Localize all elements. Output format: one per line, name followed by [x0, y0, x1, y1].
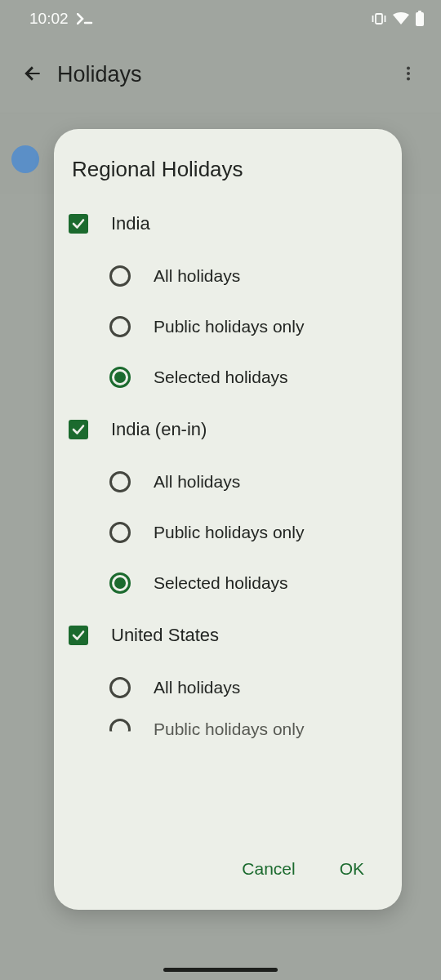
checkbox-checked-icon[interactable] — [69, 420, 88, 439]
region-header[interactable]: United States — [60, 608, 395, 662]
option-all-holidays[interactable]: All holidays — [109, 251, 395, 301]
checkbox-checked-icon[interactable] — [69, 214, 88, 234]
option-label: Selected holidays — [154, 368, 288, 387]
option-label: All holidays — [154, 472, 240, 492]
region-label: United States — [111, 625, 219, 646]
option-public-holidays[interactable]: Public holidays only — [109, 713, 395, 746]
radio-checked-icon — [109, 367, 131, 388]
option-selected-holidays[interactable]: Selected holidays — [109, 558, 395, 608]
region-header[interactable]: India (en-in) — [60, 403, 395, 457]
gesture-nav-bar[interactable] — [163, 968, 278, 972]
checkbox-checked-icon[interactable] — [69, 626, 88, 645]
more-vert-icon — [399, 65, 417, 85]
radio-unchecked-icon — [109, 719, 131, 740]
svg-point-6 — [407, 66, 410, 69]
dialog-title: Regional Holidays — [54, 129, 402, 192]
option-public-holidays[interactable]: Public holidays only — [109, 507, 395, 558]
back-button[interactable] — [13, 55, 52, 94]
regional-holidays-dialog: Regional Holidays India All holidays Pub… — [54, 129, 402, 910]
status-time: 10:02 — [29, 10, 69, 28]
option-label: All holidays — [154, 266, 240, 286]
radio-unchecked-icon — [109, 522, 131, 543]
svg-rect-5 — [418, 11, 421, 13]
region-label: India — [111, 213, 150, 234]
vibrate-icon — [371, 12, 387, 25]
region-group: India All holidays Public holidays only … — [60, 197, 395, 403]
status-bar: 10:02 — [0, 0, 441, 38]
dialog-actions: Cancel OK — [54, 838, 402, 910]
calendar-color-dot — [11, 145, 39, 173]
region-label: India (en-in) — [111, 419, 207, 440]
scroll-fade — [60, 805, 395, 838]
cancel-button[interactable]: Cancel — [229, 851, 308, 887]
option-label: Public holidays only — [154, 523, 304, 542]
svg-point-8 — [407, 77, 410, 80]
option-label: All holidays — [154, 678, 240, 697]
option-public-holidays[interactable]: Public holidays only — [109, 301, 395, 352]
arrow-back-icon — [22, 63, 43, 87]
radio-checked-icon — [109, 572, 131, 594]
battery-icon — [415, 11, 425, 27]
option-label: Selected holidays — [154, 573, 288, 593]
terminal-icon — [77, 13, 93, 24]
region-header[interactable]: India — [60, 197, 395, 251]
option-all-holidays[interactable]: All holidays — [109, 457, 395, 507]
app-bar: Holidays — [0, 43, 441, 105]
dialog-body[interactable]: India All holidays Public holidays only … — [54, 192, 402, 838]
svg-rect-1 — [376, 14, 382, 24]
svg-point-7 — [407, 71, 410, 74]
region-group: United States All holidays Public holida… — [60, 608, 395, 746]
option-selected-holidays[interactable]: Selected holidays — [109, 352, 395, 403]
ok-button[interactable]: OK — [327, 851, 377, 887]
page-title: Holidays — [57, 62, 389, 87]
radio-unchecked-icon — [109, 265, 131, 287]
region-group: India (en-in) All holidays Public holida… — [60, 403, 395, 608]
option-label: Public holidays only — [154, 317, 304, 336]
svg-rect-4 — [416, 12, 424, 26]
radio-unchecked-icon — [109, 316, 131, 337]
option-all-holidays[interactable]: All holidays — [109, 662, 395, 713]
wifi-icon — [392, 12, 410, 25]
overflow-menu-button[interactable] — [389, 55, 428, 94]
radio-unchecked-icon — [109, 471, 131, 492]
option-label: Public holidays only — [154, 719, 304, 739]
radio-unchecked-icon — [109, 677, 131, 698]
